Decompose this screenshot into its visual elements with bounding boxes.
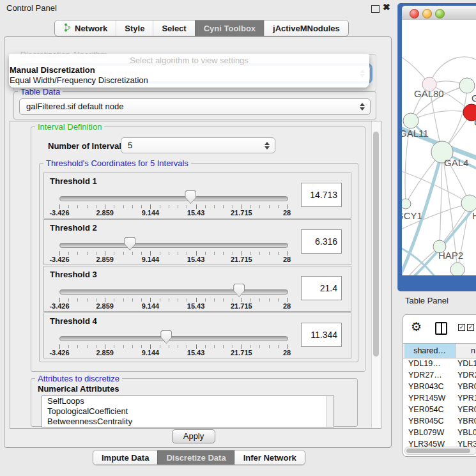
list-scrollbar[interactable] (326, 396, 334, 427)
vertical-scrollbar[interactable] (371, 121, 381, 428)
scrollbar-thumb[interactable] (328, 397, 332, 425)
horizontal-scrollbar[interactable] (404, 447, 476, 455)
numerical-attributes-list[interactable]: SelfLoopsTopologicalCoefficientBetweenne… (42, 395, 334, 427)
slider-tick-label: 9.144 (132, 209, 168, 217)
column-header-shared-name[interactable]: shared… (404, 344, 456, 358)
slider-major-tick (196, 344, 197, 349)
threshold-slider[interactable]: -3.4262.8599.14415.4321.71528 (59, 173, 287, 218)
slider-thumb[interactable] (160, 330, 172, 344)
network-canvas[interactable]: GAL80GCGAL11GAL4GCY1HHAP2 (402, 20, 476, 275)
slider-major-tick (105, 298, 105, 302)
slider-tick-label: 21.715 (224, 349, 259, 357)
slider-thumb[interactable] (124, 237, 135, 250)
cell-name: YDR2 (456, 369, 476, 381)
slider-major-tick (105, 251, 105, 256)
tab-label: Style (125, 24, 144, 33)
table-row[interactable]: YBR043CYBR0 (403, 381, 476, 392)
attribute-list-item[interactable]: SelfLoops (42, 396, 334, 406)
table-row[interactable]: YDL19…YDL1 (403, 358, 476, 369)
tab-cyni-toolbox[interactable]: Cyni Toolbox (195, 20, 264, 36)
table-row[interactable]: YDR27…YDR2 (403, 369, 476, 381)
network-edge[interactable] (440, 152, 442, 247)
slider-track[interactable] (59, 336, 288, 341)
slider-track[interactable] (59, 243, 288, 248)
threshold-slider[interactable]: -3.4262.8599.14415.4321.71528 (59, 313, 287, 358)
slider-thumb[interactable] (185, 190, 196, 204)
network-node[interactable] (461, 195, 476, 211)
slider-ticks (59, 252, 288, 255)
tab-jactivemnodules[interactable]: jActiveMNodules (264, 20, 348, 36)
network-node[interactable] (403, 113, 418, 128)
tab-style[interactable]: Style (116, 20, 153, 36)
slider-tick-label: 21.715 (224, 302, 259, 310)
network-edge[interactable] (411, 111, 472, 121)
cell-name: YBR0 (456, 381, 476, 392)
tab-network[interactable]: Network (55, 20, 116, 36)
slider-major-tick (105, 204, 105, 209)
slider-major-tick (287, 344, 288, 349)
attribute-list-item[interactable]: BetweennessCentrality (42, 417, 334, 427)
cell-name: YDL1 (456, 358, 476, 369)
slider-track[interactable] (59, 289, 288, 295)
node-label: GAL11 (402, 128, 429, 139)
threshold-value-field[interactable]: 21.4 (301, 276, 342, 300)
dropdown-item[interactable]: Manual Discretization (10, 65, 95, 75)
combo-placeholder-echo: Select algorithm to view settings (9, 56, 369, 65)
table-row[interactable]: YLR345WYLR3 (403, 438, 476, 447)
number-of-intervals-combobox[interactable]: 5 (121, 137, 275, 153)
zoom-traffic-light[interactable] (435, 9, 445, 19)
threshold-slider[interactable]: -3.4262.8599.14415.4321.71528 (59, 266, 287, 311)
slider-tick-label: -3.426 (42, 209, 77, 217)
column-header-name[interactable]: n (456, 344, 476, 358)
close-icon[interactable]: ✖ (383, 2, 390, 12)
threshold-value-field[interactable]: 14.713 (301, 183, 342, 207)
cell-shared-name: YPR145W (403, 392, 456, 404)
tab-label: jActiveMNodules (273, 24, 340, 33)
tab-discretize-data[interactable]: Discretize Data (157, 450, 234, 464)
columns-icon[interactable] (435, 322, 447, 335)
scrollbar-thumb[interactable] (406, 449, 470, 453)
tab-impute-data[interactable]: Impute Data (93, 450, 157, 464)
network-node[interactable] (450, 263, 464, 275)
apply-button[interactable]: Apply (172, 429, 215, 443)
slider-tick-label: 9.144 (132, 302, 168, 310)
table-data-combobox[interactable]: galFiltered.sif default node (19, 98, 371, 115)
close-traffic-light[interactable] (410, 9, 419, 19)
attribute-list-item[interactable]: TopologicalCoefficient (42, 406, 334, 417)
network-node[interactable] (402, 199, 411, 209)
tab-infer-network[interactable]: Infer Network (234, 450, 305, 464)
slider-thumb[interactable] (233, 284, 245, 297)
checkbox-icon[interactable]: ✓ (458, 324, 465, 331)
table-row[interactable]: YPR145WYPR1 (403, 392, 476, 404)
bottom-tabbar: Impute Data Discretize Data Infer Networ… (93, 450, 305, 465)
threshold-panel: Threshold 4 -3.4262.8599.14415.4321.7152… (43, 312, 351, 358)
scrollbar-thumb[interactable] (373, 132, 379, 357)
table-row[interactable]: YBR045CYBR0 (403, 415, 476, 427)
threshold-value-field[interactable]: 6.316 (301, 229, 342, 254)
float-window-icon[interactable] (371, 5, 380, 13)
numerical-attributes-label: Numerical Attributes (38, 384, 119, 394)
slider-major-tick (242, 204, 242, 209)
attributes-group: Attributes to discretize Numerical Attri… (31, 378, 358, 427)
network-node[interactable] (459, 78, 475, 93)
group-title: Attributes to discretize (35, 374, 122, 383)
number-of-intervals-label: Number of Intervals (48, 141, 126, 151)
slider-tick-label: 28 (269, 349, 305, 357)
minimize-traffic-light[interactable] (422, 9, 432, 19)
threshold-value-field[interactable]: 11.344 (301, 323, 342, 347)
table-row[interactable]: YER054CYER0 (403, 404, 476, 415)
dropdown-item[interactable]: Equal Width/Frequency Discretization (10, 75, 148, 85)
gear-icon[interactable]: ⚙ (411, 320, 422, 334)
table-row[interactable]: YBL079WYBL0 (403, 427, 476, 438)
slider-ticks (59, 345, 288, 348)
slider-tick-label: 21.715 (224, 209, 259, 217)
tab-label: Cyni Toolbox (204, 24, 256, 33)
cell-shared-name: YBR043C (403, 381, 456, 392)
cell-name: YBR0 (456, 415, 476, 427)
checkbox-icon[interactable]: ✓ (467, 324, 474, 331)
tab-label: Select (162, 24, 186, 33)
tab-select[interactable]: Select (153, 20, 194, 36)
slider-major-tick (287, 298, 288, 302)
slider-track[interactable] (59, 196, 288, 201)
threshold-slider[interactable]: -3.4262.8599.14415.4321.71528 (59, 220, 287, 265)
